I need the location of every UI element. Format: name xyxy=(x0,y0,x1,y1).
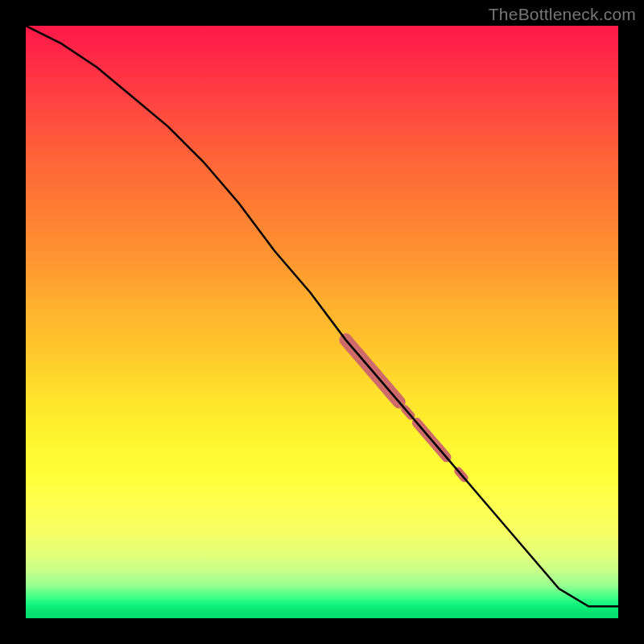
curve-svg xyxy=(26,26,618,618)
bottleneck-curve-path xyxy=(26,26,618,606)
chart-stage: TheBottleneck.com xyxy=(0,0,644,644)
plot-area xyxy=(26,26,618,618)
watermark-text: TheBottleneck.com xyxy=(489,5,636,24)
